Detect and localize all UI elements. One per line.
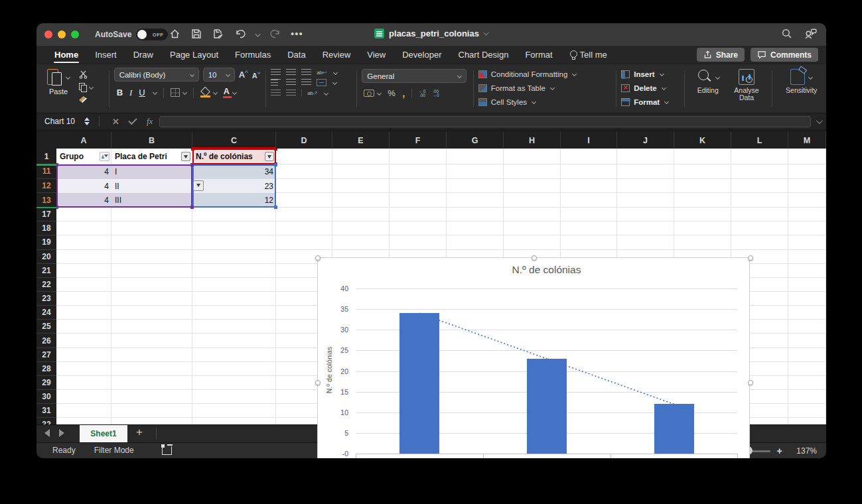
ribbon-tab-tell-me[interactable]: Tell me bbox=[569, 47, 608, 62]
cancel-formula-icon[interactable]: ✕ bbox=[112, 117, 119, 127]
increase-decimal-button[interactable]: ←0.00 bbox=[419, 90, 425, 97]
align-middle-icon[interactable] bbox=[286, 69, 296, 76]
merge-center-button[interactable] bbox=[317, 79, 326, 86]
font-name-select[interactable]: Calibri (Body) bbox=[114, 68, 199, 82]
filter-dropdown-button[interactable] bbox=[265, 152, 274, 161]
chart-selection-handle[interactable] bbox=[532, 255, 537, 261]
sensitivity-button[interactable]: Sensitivity bbox=[777, 68, 826, 110]
ribbon-tab-chart-design[interactable]: Chart Design bbox=[458, 47, 510, 62]
ribbon-tab-formulas[interactable]: Formulas bbox=[234, 47, 271, 62]
row-header-19[interactable]: 19 bbox=[36, 235, 56, 249]
sort-filter-icon[interactable] bbox=[100, 152, 109, 161]
row-header-24[interactable]: 24 bbox=[36, 306, 56, 320]
share-button[interactable]: Share bbox=[697, 48, 745, 62]
floating-filter-dropdown-button[interactable] bbox=[193, 180, 204, 191]
header-cell-B1[interactable]: Placa de Petri bbox=[111, 149, 192, 164]
document-title[interactable]: placas_petri_colonias bbox=[389, 29, 479, 38]
zoom-percentage[interactable]: 137% bbox=[792, 446, 817, 456]
ribbon-tab-draw[interactable]: Draw bbox=[133, 47, 154, 62]
next-sheet-arrow[interactable] bbox=[59, 429, 64, 437]
column-header-J[interactable]: J bbox=[617, 132, 674, 149]
row-header-27[interactable]: 27 bbox=[36, 348, 56, 362]
row-header-12[interactable]: 12 bbox=[36, 179, 56, 194]
close-window-button[interactable] bbox=[44, 31, 52, 38]
chart-selection-handle[interactable] bbox=[748, 255, 753, 261]
column-header-G[interactable]: G bbox=[447, 132, 504, 149]
align-top-icon[interactable] bbox=[271, 69, 281, 76]
formula-input[interactable] bbox=[159, 116, 811, 127]
underline-button[interactable]: U bbox=[139, 88, 145, 97]
add-sheet-button[interactable]: + bbox=[136, 426, 143, 439]
home-icon[interactable] bbox=[168, 27, 181, 40]
cell-A12[interactable]: 4 bbox=[56, 179, 111, 194]
ribbon-tab-insert[interactable]: Insert bbox=[94, 47, 117, 62]
row-header-30[interactable]: 30 bbox=[36, 390, 56, 404]
ribbon-tab-developer[interactable]: Developer bbox=[401, 47, 442, 62]
column-header-D[interactable]: D bbox=[276, 132, 332, 149]
borders-button[interactable] bbox=[171, 88, 186, 97]
bold-button[interactable]: B bbox=[117, 88, 123, 97]
font-size-select[interactable]: 10 bbox=[203, 68, 235, 82]
row-header-25[interactable]: 25 bbox=[36, 320, 56, 334]
chart-selection-handle[interactable] bbox=[315, 255, 321, 261]
chart-selection-handle[interactable] bbox=[315, 380, 321, 385]
more-toolbar-icon[interactable]: ••• bbox=[291, 31, 303, 37]
cell-A13[interactable]: 4 bbox=[56, 193, 111, 208]
ribbon-tab-data[interactable]: Data bbox=[287, 47, 306, 62]
row-header-23[interactable]: 23 bbox=[36, 292, 56, 306]
column-header-K[interactable]: K bbox=[674, 132, 731, 149]
chart-trendline[interactable] bbox=[318, 258, 751, 458]
row-header-17[interactable]: 17 bbox=[36, 208, 56, 221]
chart-selection-handle[interactable] bbox=[748, 380, 753, 385]
align-center-icon[interactable] bbox=[286, 79, 296, 86]
grow-font-button[interactable]: A^ bbox=[239, 70, 248, 80]
collapse-ribbon-chevron[interactable] bbox=[816, 117, 823, 124]
zoom-window-button[interactable] bbox=[71, 31, 79, 38]
cell-B13[interactable]: III bbox=[111, 193, 192, 208]
row-header-18[interactable]: 18 bbox=[36, 221, 56, 235]
ribbon-tab-home[interactable]: Home bbox=[54, 47, 79, 62]
underline-dropdown-chevron[interactable] bbox=[153, 90, 157, 95]
font-color-button[interactable]: A bbox=[224, 87, 236, 98]
delete-cells-button[interactable]: Delete bbox=[621, 82, 680, 94]
row-header-28[interactable]: 28 bbox=[36, 362, 56, 376]
header-cell-A1[interactable]: Grupo bbox=[56, 149, 111, 164]
ribbon-tab-page-layout[interactable]: Page Layout bbox=[169, 47, 219, 62]
ribbon-tab-format[interactable]: Format bbox=[524, 47, 553, 62]
filter-dropdown-button[interactable] bbox=[181, 152, 190, 161]
row-header-22[interactable]: 22 bbox=[36, 278, 56, 292]
undo-dropdown-chevron[interactable] bbox=[255, 31, 261, 36]
cell-styles-button[interactable]: Cell Styles bbox=[478, 95, 612, 108]
column-header-F[interactable]: F bbox=[390, 132, 447, 149]
cell-A11[interactable]: 4 bbox=[56, 164, 111, 179]
number-format-select[interactable]: General bbox=[362, 69, 467, 83]
sheet-tab-sheet1[interactable]: Sheet1 bbox=[80, 425, 127, 442]
align-left-icon[interactable] bbox=[271, 79, 281, 86]
name-box-stepper[interactable] bbox=[84, 117, 90, 125]
cell-C12[interactable]: 23 bbox=[192, 179, 276, 194]
column-header-A[interactable]: A bbox=[56, 132, 111, 149]
editing-button[interactable]: Editing bbox=[689, 68, 726, 110]
copy-button[interactable] bbox=[79, 82, 93, 92]
name-box[interactable]: Chart 10 bbox=[36, 117, 83, 126]
autosave-toggle[interactable]: OFF bbox=[136, 29, 168, 40]
row-header-26[interactable]: 26 bbox=[36, 334, 56, 347]
conditional-formatting-button[interactable]: Conditional Formatting bbox=[478, 68, 612, 80]
comments-button[interactable]: Comments bbox=[751, 48, 818, 62]
ribbon-tab-view[interactable]: View bbox=[366, 47, 386, 62]
decrease-decimal-button[interactable]: .00→0 bbox=[432, 90, 439, 97]
analyse-data-button[interactable]: Analyse Data bbox=[726, 68, 766, 110]
row-header-21[interactable]: 21 bbox=[36, 264, 56, 278]
search-icon[interactable] bbox=[781, 28, 792, 42]
accounting-format-button[interactable] bbox=[364, 90, 381, 97]
save-as-icon[interactable] bbox=[212, 27, 225, 40]
increase-indent-icon[interactable] bbox=[286, 90, 296, 97]
decrease-indent-icon[interactable] bbox=[271, 90, 281, 97]
column-header-E[interactable]: E bbox=[332, 132, 390, 149]
fill-color-button[interactable] bbox=[200, 88, 217, 97]
header-cell-C1[interactable]: N.º de colónias bbox=[192, 149, 276, 164]
format-cells-button[interactable]: Format bbox=[621, 95, 680, 108]
title-dropdown-chevron[interactable] bbox=[483, 30, 488, 35]
save-icon[interactable] bbox=[190, 27, 203, 40]
format-painter-button[interactable] bbox=[79, 95, 93, 104]
